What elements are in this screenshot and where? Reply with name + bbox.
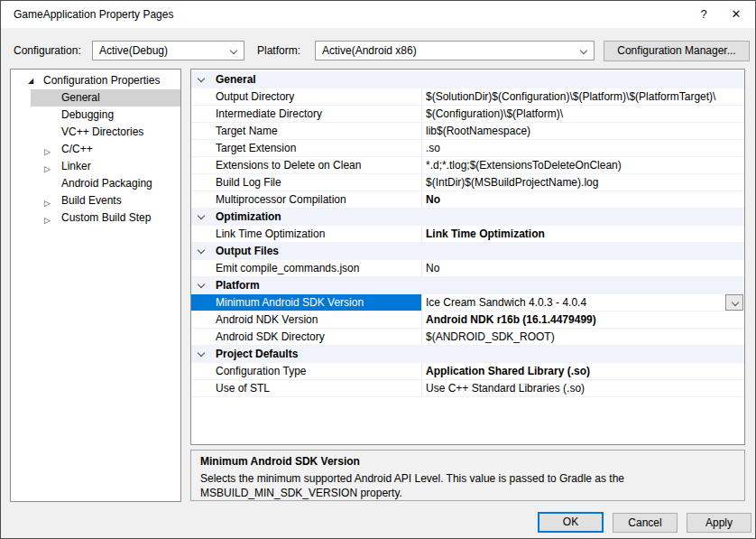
chevron-down-icon [580, 47, 587, 54]
cancel-button[interactable]: Cancel [613, 513, 678, 533]
grid-property-value-text: Link Time Optimization [426, 228, 545, 240]
grid-property-value-text: $(IntDir)$(MSBuildProjectName).log [426, 176, 598, 189]
tree-item-general[interactable]: General [31, 89, 180, 107]
tree-item-label: Build Events [61, 192, 122, 209]
platform-dropdown[interactable]: Active(Android x86) [315, 41, 595, 60]
grid-property-name[interactable]: Intermediate Directory [191, 106, 421, 122]
grid-property-row[interactable]: Android NDK Version Android NDK r16b (16… [191, 311, 744, 329]
grid-property-value[interactable]: $(ANDROID_SDK_ROOT) [421, 329, 744, 345]
grid-section-label: Optimization [216, 209, 281, 225]
grid-property-value[interactable]: lib$(RootNamespace) [421, 123, 744, 139]
grid-property-value[interactable]: $(SolutionDir)$(Configuration)\$(Platfor… [421, 88, 744, 105]
grid-section-row[interactable]: Project Defaults [191, 346, 744, 363]
grid-property-row[interactable]: Target Name lib$(RootNamespace) [191, 123, 744, 140]
tree-item-c-c-[interactable]: ▷ C/C++ [31, 141, 180, 158]
grid-property-value[interactable]: Android NDK r16b (16.1.4479499) [421, 311, 744, 328]
property-pages-dialog: GameApplication Property Pages ? ✕ Confi… [0, 0, 756, 539]
grid-section-row[interactable]: Output Files [191, 243, 744, 260]
grid-property-row[interactable]: Output Directory $(SolutionDir)$(Configu… [191, 88, 744, 106]
tree-item-build-events[interactable]: ▷ Build Events [31, 192, 180, 209]
grid-property-name[interactable]: Minimum Android SDK Version [191, 294, 421, 311]
apply-button[interactable]: Apply [687, 513, 751, 533]
tree-root-configuration-properties[interactable]: ◢ Configuration Properties [11, 72, 180, 89]
tree-item-android-packaging[interactable]: Android Packaging [31, 175, 180, 192]
grid-property-value[interactable]: $(Configuration)\$(Platform)\ [421, 106, 744, 122]
grid-property-value-text: No [426, 262, 439, 274]
grid-property-row[interactable]: Emit compile_commands.json No [191, 260, 744, 277]
tree-item-label: Linker [61, 158, 91, 175]
grid-property-value[interactable]: Application Shared Library (.so) [421, 363, 744, 379]
help-button[interactable]: ? [688, 1, 719, 28]
section-collapse-icon[interactable] [198, 246, 205, 254]
grid-property-value[interactable]: *.d;*.tlog;$(ExtensionsToDeleteOnClean) [421, 157, 744, 173]
tree-item-custom-build-step[interactable]: ▷ Custom Build Step [31, 209, 180, 227]
grid-section-row[interactable]: Platform [191, 277, 744, 294]
grid-property-name[interactable]: Emit compile_commands.json [191, 260, 421, 276]
configuration-manager-button[interactable]: Configuration Manager... [604, 41, 750, 61]
grid-property-value-text: .so [426, 142, 440, 154]
grid-property-value-text: No [426, 193, 440, 206]
grid-property-value-text: Application Shared Library (.so) [426, 365, 590, 377]
platform-label: Platform: [257, 44, 300, 57]
grid-property-value[interactable]: Link Time Optimization [421, 226, 744, 242]
tree-collapsed-icon[interactable]: ▷ [44, 212, 51, 229]
grid-section-label: Platform [216, 277, 260, 293]
tree-item-label: Custom Build Step [61, 209, 151, 227]
description-panel: Minimum Android SDK Version Selects the … [190, 450, 745, 501]
tree-item-vc-directories[interactable]: VC++ Directories [31, 124, 180, 141]
property-grid: General Output Directory $(SolutionDir)$… [190, 69, 745, 445]
grid-property-value[interactable]: Use C++ Standard Libraries (.so) [421, 380, 744, 396]
grid-property-name[interactable]: Target Name [191, 123, 421, 139]
grid-property-value[interactable]: No [421, 191, 744, 208]
grid-property-row[interactable]: Link Time Optimization Link Time Optimiz… [191, 226, 744, 243]
grid-property-name[interactable]: Extensions to Delete on Clean [191, 157, 421, 173]
grid-property-row[interactable]: Configuration Type Application Shared Li… [191, 363, 744, 380]
grid-property-row[interactable]: Build Log File $(IntDir)$(MSBuildProject… [191, 174, 744, 191]
configuration-dropdown[interactable]: Active(Debug) [92, 41, 244, 60]
grid-section-label: Output Files [216, 243, 279, 259]
grid-property-row[interactable]: Use of STL Use C++ Standard Libraries (.… [191, 380, 744, 397]
grid-property-value[interactable]: $(IntDir)$(MSBuildProjectName).log [421, 174, 744, 191]
section-collapse-icon[interactable] [198, 75, 205, 82]
grid-property-row[interactable]: Extensions to Delete on Clean *.d;*.tlog… [191, 157, 744, 174]
grid-property-value-text: $(ANDROID_SDK_ROOT) [426, 330, 555, 343]
grid-section-row[interactable]: Optimization [191, 209, 744, 226]
description-title: Minimum Android SDK Version [200, 455, 735, 468]
tree-item-linker[interactable]: ▷ Linker [31, 158, 180, 175]
configuration-label: Configuration: [14, 44, 81, 57]
tree-item-label: General [61, 89, 100, 107]
grid-property-name[interactable]: Target Extension [191, 140, 421, 156]
grid-property-row[interactable]: Target Extension .so [191, 140, 744, 157]
grid-property-name[interactable]: Android SDK Directory [191, 329, 421, 345]
grid-section-row[interactable]: General [191, 71, 744, 88]
grid-property-row[interactable]: Multiprocessor Compilation No [191, 191, 744, 209]
grid-property-name[interactable]: Multiprocessor Compilation [191, 191, 421, 208]
close-button[interactable]: ✕ [721, 1, 751, 28]
grid-rows: General Output Directory $(SolutionDir)$… [191, 71, 744, 397]
grid-property-value-text: $(SolutionDir)$(Configuration)\$(Platfor… [426, 90, 715, 103]
grid-property-name[interactable]: Configuration Type [191, 363, 421, 379]
grid-property-name[interactable]: Link Time Optimization [191, 226, 421, 242]
grid-property-name[interactable]: Use of STL [191, 380, 421, 396]
section-collapse-icon[interactable] [198, 349, 205, 357]
grid-property-value-text: Android NDK r16b (16.1.4479499) [426, 313, 596, 326]
title-bar: GameApplication Property Pages ? ✕ [1, 1, 755, 28]
grid-property-row[interactable]: Intermediate Directory $(Configuration)\… [191, 106, 744, 123]
tree-expanded-icon[interactable]: ◢ [28, 78, 33, 85]
ok-button[interactable]: OK [538, 512, 604, 533]
platform-dropdown-value: Active(Android x86) [322, 44, 417, 57]
grid-property-name[interactable]: Android NDK Version [191, 311, 421, 328]
grid-property-value[interactable]: Ice Cream Sandwich 4.0.3 - 4.0.4 [421, 294, 744, 311]
tree-item-debugging[interactable]: Debugging [31, 107, 180, 124]
section-collapse-icon[interactable] [198, 281, 205, 288]
value-dropdown-button[interactable] [725, 294, 743, 311]
grid-section-label: General [216, 71, 256, 88]
tree-item-label: Debugging [61, 107, 114, 124]
grid-property-name[interactable]: Output Directory [191, 88, 421, 105]
grid-property-row[interactable]: Minimum Android SDK Version Ice Cream Sa… [191, 294, 744, 311]
section-collapse-icon[interactable] [198, 212, 205, 219]
grid-property-name[interactable]: Build Log File [191, 174, 421, 191]
grid-property-row[interactable]: Android SDK Directory $(ANDROID_SDK_ROOT… [191, 329, 744, 346]
grid-property-value[interactable]: .so [421, 140, 744, 156]
grid-property-value[interactable]: No [421, 260, 744, 276]
